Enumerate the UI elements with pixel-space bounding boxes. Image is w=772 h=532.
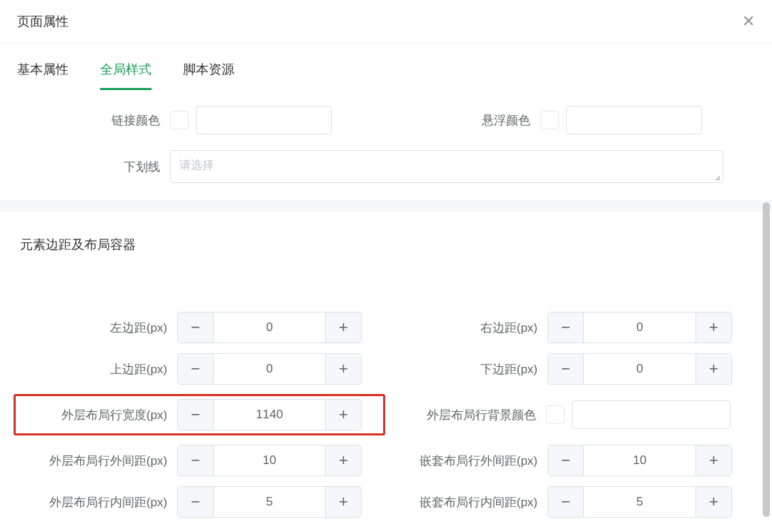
left-margin-stepper: − +	[177, 312, 362, 343]
tab-script-resources[interactable]: 脚本资源	[183, 61, 234, 90]
outer-inner-minus[interactable]: −	[178, 487, 214, 517]
outer-width-label: 外层布局行宽度(px)	[14, 407, 177, 423]
nested-inner-plus[interactable]: +	[696, 487, 731, 517]
top-margin-stepper: − +	[177, 353, 362, 385]
nested-outer-stepper: − +	[548, 445, 732, 476]
hover-color-input[interactable]	[566, 106, 702, 134]
outer-outer-stepper: − +	[177, 445, 362, 476]
outer-width-stepper: − +	[177, 399, 362, 430]
outer-bg-label: 外层布局行背景颜色	[385, 407, 546, 423]
nested-outer-input[interactable]	[584, 445, 696, 476]
left-margin-plus[interactable]: +	[325, 312, 361, 343]
left-margin-minus[interactable]: −	[178, 312, 214, 343]
hover-color-swatch[interactable]	[540, 111, 559, 129]
close-icon[interactable]: ✕	[742, 14, 755, 29]
left-margin-input[interactable]	[214, 312, 325, 343]
underline-select[interactable]: 请选择	[170, 150, 723, 183]
top-margin-label: 上边距(px)	[16, 361, 177, 378]
outer-width-plus[interactable]: +	[325, 400, 361, 430]
top-margin-plus[interactable]: +	[325, 354, 361, 384]
row-underline: 下划线 请选择	[0, 150, 772, 183]
nested-inner-stepper: − +	[548, 486, 732, 518]
nested-outer-plus[interactable]: +	[696, 445, 731, 476]
left-margin-label: 左边距(px)	[16, 320, 177, 336]
bottom-margin-minus[interactable]: −	[548, 354, 584, 384]
right-margin-stepper: − +	[548, 312, 732, 343]
outer-inner-label: 外层布局行内间距(px)	[16, 494, 177, 511]
outer-outer-input[interactable]	[214, 445, 325, 476]
resize-handle-icon	[715, 175, 720, 180]
top-margin-input[interactable]	[214, 354, 325, 384]
right-margin-plus[interactable]: +	[696, 312, 731, 343]
outer-width-minus[interactable]: −	[178, 400, 214, 430]
outer-inner-stepper: − +	[177, 486, 362, 518]
tab-basic[interactable]: 基本属性	[17, 61, 69, 90]
bottom-margin-stepper: − +	[548, 353, 732, 385]
row-link-colors: 链接颜色 悬浮颜色	[0, 106, 772, 134]
link-color-swatch[interactable]	[170, 111, 189, 129]
bottom-margin-plus[interactable]: +	[696, 354, 731, 384]
right-margin-label: 右边距(px)	[386, 320, 548, 336]
right-margin-minus[interactable]: −	[548, 312, 584, 343]
hover-color-label: 悬浮颜色	[386, 112, 540, 129]
outer-outer-label: 外层布局行外间距(px)	[16, 453, 177, 469]
outer-bg-swatch[interactable]	[546, 405, 565, 424]
nested-inner-minus[interactable]: −	[548, 487, 584, 517]
tabs: 基本属性 全局样式 脚本资源	[0, 44, 772, 90]
outer-width-highlighted: 外层布局行宽度(px) − +	[14, 395, 385, 435]
nested-inner-input[interactable]	[584, 487, 696, 517]
nested-outer-label: 嵌套布局行外间距(px)	[386, 453, 548, 469]
outer-outer-plus[interactable]: +	[325, 445, 361, 476]
bottom-margin-label: 下边距(px)	[386, 361, 548, 378]
underline-placeholder: 请选择	[179, 159, 214, 171]
outer-outer-minus[interactable]: −	[178, 445, 214, 476]
nested-inner-label: 嵌套布局行内间距(px)	[386, 494, 548, 511]
underline-label: 下划线	[16, 159, 170, 175]
tab-global-style[interactable]: 全局样式	[100, 61, 152, 90]
outer-bg-input[interactable]	[572, 400, 731, 429]
outer-inner-plus[interactable]: +	[325, 487, 361, 517]
right-margin-input[interactable]	[584, 312, 696, 343]
page-properties-dialog: 页面属性 ✕ 基本属性 全局样式 脚本资源 链接颜色 悬浮颜色 下划线 请选择 …	[0, 0, 772, 518]
dialog-header: 页面属性 ✕	[0, 0, 772, 44]
nested-outer-minus[interactable]: −	[548, 445, 584, 476]
outer-inner-input[interactable]	[214, 487, 325, 517]
link-color-label: 链接颜色	[16, 112, 170, 129]
top-margin-minus[interactable]: −	[178, 354, 214, 384]
dialog-title: 页面属性	[17, 13, 69, 30]
section-title-layout: 元素边距及布局容器	[0, 212, 772, 262]
outer-width-input[interactable]	[214, 400, 325, 430]
scrollbar-thumb[interactable]	[763, 202, 770, 517]
bottom-margin-input[interactable]	[584, 354, 696, 384]
link-color-input[interactable]	[196, 106, 332, 134]
